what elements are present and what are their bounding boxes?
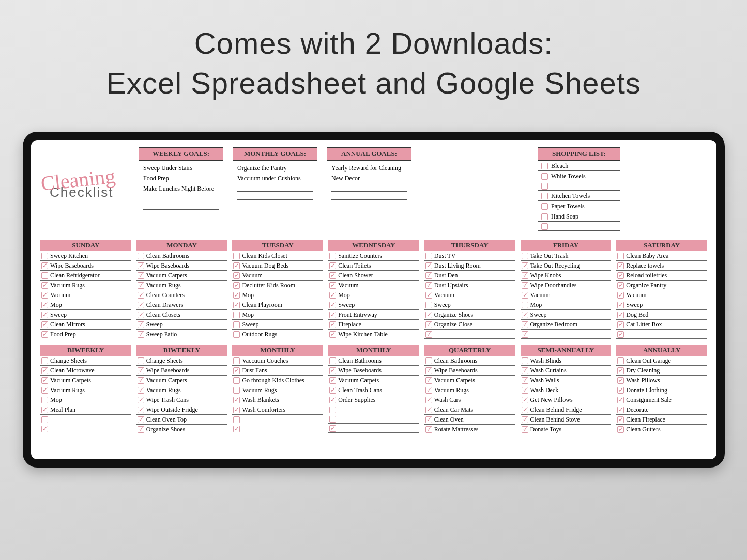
task-row[interactable]: Clean Microwave	[40, 366, 131, 376]
checkbox-icon[interactable]	[233, 262, 240, 269]
monthly-goal-line[interactable]	[237, 192, 313, 200]
task-row[interactable]: Order Supplies	[328, 395, 419, 405]
shopping-item[interactable]	[538, 181, 620, 191]
checkbox-icon[interactable]	[425, 312, 432, 318]
checkbox-icon[interactable]	[41, 367, 48, 374]
task-row[interactable]: Dust TV	[424, 251, 515, 261]
checkbox-icon[interactable]	[329, 407, 336, 413]
checkbox-icon[interactable]	[425, 367, 432, 374]
task-row[interactable]: Mop	[40, 300, 131, 310]
checkbox-icon[interactable]	[541, 183, 548, 190]
task-row[interactable]: Clean Shower	[328, 271, 419, 281]
checkbox-icon[interactable]	[138, 331, 144, 338]
task-row[interactable]	[40, 415, 131, 424]
checkbox-icon[interactable]	[329, 312, 336, 318]
annual-goal-line[interactable]	[331, 200, 407, 208]
checkbox-icon[interactable]	[617, 302, 624, 308]
task-row[interactable]: Clean Trash Cans	[328, 385, 419, 395]
task-row[interactable]	[616, 330, 707, 339]
checkbox-icon[interactable]	[329, 272, 336, 279]
checkbox-icon[interactable]	[329, 357, 336, 364]
task-row[interactable]: Clean Counters	[136, 290, 227, 300]
task-row[interactable]: Vaccuum Couches	[232, 356, 323, 366]
task-row[interactable]: Sweep	[40, 310, 131, 320]
checkbox-icon[interactable]	[138, 387, 144, 394]
task-row[interactable]: Wipe Outside Fridge	[136, 405, 227, 415]
checkbox-icon[interactable]	[41, 321, 48, 328]
task-row[interactable]: Vacuum Carpets	[328, 376, 419, 385]
task-row[interactable]: Clean Drawers	[136, 300, 227, 310]
monthly-goal-line[interactable]: Vaccuum under Cushions	[237, 173, 313, 183]
task-row[interactable]: Replace towels	[616, 261, 707, 271]
task-row[interactable]: Organize Pantry	[616, 281, 707, 290]
task-row[interactable]	[40, 424, 131, 433]
task-row[interactable]: Wipe Knobs	[521, 271, 612, 281]
annual-goal-line[interactable]	[331, 192, 407, 200]
task-row[interactable]: Wipe Baseboards	[136, 261, 227, 271]
weekly-goal-line[interactable]: Sweep Under Stairs	[143, 163, 219, 173]
task-row[interactable]: Clean Kids Closet	[232, 251, 323, 261]
checkbox-icon[interactable]	[522, 262, 528, 269]
task-row[interactable]	[328, 424, 419, 433]
task-row[interactable]: Organize Shoes	[136, 425, 227, 434]
task-row[interactable]: Wash Pillows	[616, 376, 707, 385]
shopping-item[interactable]: Kitchen Towels	[538, 191, 620, 201]
task-row[interactable]: Clean Oven	[424, 415, 515, 425]
task-row[interactable]: Vacuum Rugs	[136, 385, 227, 395]
checkbox-icon[interactable]	[541, 173, 548, 180]
checkbox-icon[interactable]	[522, 416, 528, 423]
task-row[interactable]: Vacuum	[232, 271, 323, 281]
task-row[interactable]: Mop	[40, 395, 131, 405]
task-row[interactable]: Dust Fans	[232, 366, 323, 376]
checkbox-icon[interactable]	[617, 282, 624, 289]
checkbox-icon[interactable]	[541, 213, 548, 220]
checkbox-icon[interactable]	[138, 397, 144, 403]
checkbox-icon[interactable]	[522, 292, 528, 299]
checkbox-icon[interactable]	[41, 397, 48, 403]
checkbox-icon[interactable]	[617, 357, 624, 364]
task-row[interactable]	[232, 415, 323, 424]
checkbox-icon[interactable]	[41, 377, 48, 384]
task-row[interactable]: Clean Playroom	[232, 300, 323, 310]
checkbox-icon[interactable]	[138, 312, 144, 318]
checkbox-icon[interactable]	[425, 426, 432, 433]
task-row[interactable]: Vacuum	[424, 290, 515, 300]
checkbox-icon[interactable]	[138, 377, 144, 384]
task-row[interactable]: Clean Out Garage	[616, 356, 707, 366]
weekly-goal-line[interactable]: Food Prep	[143, 173, 219, 183]
checkbox-icon[interactable]	[522, 397, 528, 403]
task-row[interactable]	[521, 330, 612, 339]
task-row[interactable]: Sweep	[328, 300, 419, 310]
task-row[interactable]: Vacuum Carpets	[136, 271, 227, 281]
annual-goal-line[interactable]: New Decor	[331, 173, 407, 183]
task-row[interactable]: Wipe Kitchen Table	[328, 330, 419, 339]
checkbox-icon[interactable]	[138, 407, 144, 413]
shopping-item[interactable]: White Towels	[538, 171, 620, 181]
checkbox-icon[interactable]	[617, 321, 624, 328]
task-row[interactable]: Sweep Patio	[136, 330, 227, 339]
task-row[interactable]: Clean Bathrooms	[328, 356, 419, 366]
checkbox-icon[interactable]	[541, 203, 548, 210]
checkbox-icon[interactable]	[41, 282, 48, 289]
checkbox-icon[interactable]	[425, 387, 432, 394]
checkbox-icon[interactable]	[138, 292, 144, 299]
task-row[interactable]: Food Prep	[40, 330, 131, 339]
checkbox-icon[interactable]	[233, 407, 240, 413]
checkbox-icon[interactable]	[138, 416, 144, 423]
task-row[interactable]: Mop	[521, 300, 612, 310]
task-row[interactable]: Dog Bed	[616, 310, 707, 320]
checkbox-icon[interactable]	[41, 387, 48, 394]
checkbox-icon[interactable]	[138, 272, 144, 279]
checkbox-icon[interactable]	[541, 223, 548, 230]
task-row[interactable]: Wipe Baseboards	[328, 366, 419, 376]
weekly-goal-line[interactable]	[143, 201, 219, 210]
checkbox-icon[interactable]	[617, 331, 624, 338]
checkbox-icon[interactable]	[617, 407, 624, 413]
checkbox-icon[interactable]	[41, 357, 48, 364]
checkbox-icon[interactable]	[233, 331, 240, 338]
task-row[interactable]: Wash Deck	[521, 385, 612, 395]
checkbox-icon[interactable]	[522, 387, 528, 394]
monthly-goal-line[interactable]	[237, 200, 313, 208]
checkbox-icon[interactable]	[329, 416, 336, 423]
checkbox-icon[interactable]	[41, 302, 48, 308]
